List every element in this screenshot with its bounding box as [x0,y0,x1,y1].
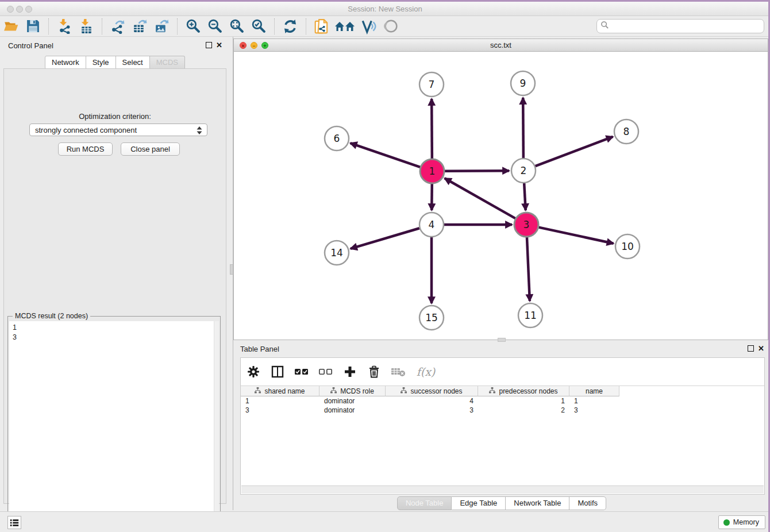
search-box[interactable] [596,19,764,33]
graph-node-4[interactable]: 4 [419,213,444,237]
cell-shared-name[interactable]: 3 [241,406,319,415]
gear-icon[interactable] [245,364,261,380]
open-session-icon[interactable] [1,18,21,35]
column-header-label: shared name [264,387,305,395]
tab-mcds[interactable]: MCDS [150,56,185,70]
cell-mcds-role[interactable]: dominator [319,406,386,415]
graph-node-2[interactable]: 2 [511,159,536,183]
control-panel: Control Panel ✕ NetworkStyleSelectMCDS O… [0,37,230,510]
import-network-icon[interactable] [55,18,74,35]
tab-network[interactable]: Network [45,56,86,70]
zoom-selected-icon[interactable] [249,18,268,35]
vizmapper-icon[interactable] [359,18,379,35]
graph-node-8[interactable]: 8 [614,119,638,144]
graph-node-14[interactable]: 14 [325,241,349,265]
result-scrollbar[interactable] [214,321,219,531]
network-canvas[interactable]: 1234678910111415 [234,52,768,340]
add-row-icon[interactable] [342,364,358,380]
graph-node-9[interactable]: 9 [511,71,535,95]
cell-name[interactable]: 3 [569,406,619,415]
zoom-out-icon[interactable] [205,18,225,35]
edge-1-2[interactable] [445,171,509,171]
edge-3-1[interactable] [445,178,515,218]
task-history-button[interactable] [7,516,21,529]
zoom-in-icon[interactable] [183,18,203,35]
search-input[interactable] [609,21,764,32]
function-builder-icon[interactable]: f(x) [414,364,437,380]
memory-button[interactable]: Memory [718,515,765,529]
run-mcds-button[interactable]: Run MCDS [58,142,113,156]
table-row[interactable]: 1dominator411 [241,396,764,406]
cell-mcds-role[interactable]: dominator [319,396,386,406]
cell-predecessor-nodes[interactable]: 1 [478,396,569,406]
edge-1-7[interactable] [432,99,432,159]
edge-2-9[interactable] [523,98,523,158]
edge-4-14[interactable] [351,228,419,249]
columns-icon[interactable] [270,364,286,380]
tree-hierarchy-icon [255,387,261,395]
application-window: Session: New Session [0,0,770,532]
eye-icon[interactable] [381,18,401,35]
column-header-predecessor-nodes[interactable]: predecessor nodes [478,386,569,396]
cell-successor-nodes[interactable]: 4 [386,396,478,406]
network-window-titlebar[interactable]: × − + scc.txt [234,39,768,52]
zoom-fit-icon[interactable] [227,18,247,35]
graph-node-3[interactable]: 3 [514,213,538,237]
network-file-icon[interactable] [312,18,332,35]
delete-table-icon[interactable] [390,364,406,380]
export-network-icon[interactable] [108,18,128,35]
tab-style[interactable]: Style [86,56,116,70]
refresh-icon[interactable] [280,18,300,35]
edge-1-6[interactable] [351,143,421,167]
close-panel-icon[interactable]: ✕ [758,345,764,352]
float-panel-icon[interactable] [206,42,212,48]
tab-node-table[interactable]: Node Table [397,496,452,510]
cell-shared-name[interactable]: 1 [241,396,319,406]
delete-row-icon[interactable] [366,364,382,380]
table-horizontal-scrollbar[interactable] [241,485,764,494]
graph-node-11[interactable]: 11 [518,303,542,327]
export-table-icon[interactable] [130,18,149,35]
cell-predecessor-nodes[interactable]: 2 [478,406,569,415]
column-header-shared-name[interactable]: shared name [241,386,319,396]
criterion-dropdown[interactable]: strongly connected component [29,124,207,136]
network-graph[interactable]: 1234678910111415 [234,52,768,340]
graph-node-6[interactable]: 6 [325,126,349,151]
tab-edge-table[interactable]: Edge Table [452,496,506,510]
float-panel-icon[interactable] [748,345,754,352]
deselect-all-icon[interactable] [318,364,334,380]
table-toolbar: f(x) [245,361,437,382]
select-all-icon[interactable] [294,364,310,380]
svg-text:7: 7 [429,79,435,90]
table-column-headers: shared nameMCDS rolesuccessor nodesprede… [241,385,764,396]
svg-text:6: 6 [334,133,340,144]
dropdown-stepper-icon [195,126,203,137]
graph-node-15[interactable]: 15 [419,306,444,330]
graph-node-1[interactable]: 1 [420,159,444,183]
edge-3-10[interactable] [539,228,614,244]
network-view-title: scc.txt [234,41,768,49]
table-row[interactable]: 3dominator323 [241,406,764,415]
close-panel-button[interactable]: Close panel [121,142,180,156]
edge-3-11[interactable] [527,237,530,301]
tab-network-table[interactable]: Network Table [506,496,569,510]
export-image-icon[interactable] [152,18,171,35]
edge-2-3[interactable] [524,183,526,210]
save-session-icon[interactable] [23,18,43,35]
graph-node-10[interactable]: 10 [615,234,640,259]
column-header-mcds-role[interactable]: MCDS role [319,386,386,396]
splitter-handle[interactable] [498,338,506,342]
tab-select[interactable]: Select [116,56,150,70]
column-header-name[interactable]: name [569,386,619,396]
tab-motifs[interactable]: Motifs [569,496,606,510]
graph-node-7[interactable]: 7 [419,72,444,97]
cell-name[interactable]: 1 [569,396,619,406]
import-table-icon[interactable] [76,18,96,35]
cell-successor-nodes[interactable]: 3 [386,406,478,415]
home-icon[interactable] [334,18,357,35]
edge-2-8[interactable] [536,137,613,166]
column-header-successor-nodes[interactable]: successor nodes [386,386,478,396]
close-panel-icon[interactable]: ✕ [216,42,222,48]
memory-status-icon [723,519,730,526]
mcds-result-textarea[interactable]: 1 3 [9,321,219,531]
